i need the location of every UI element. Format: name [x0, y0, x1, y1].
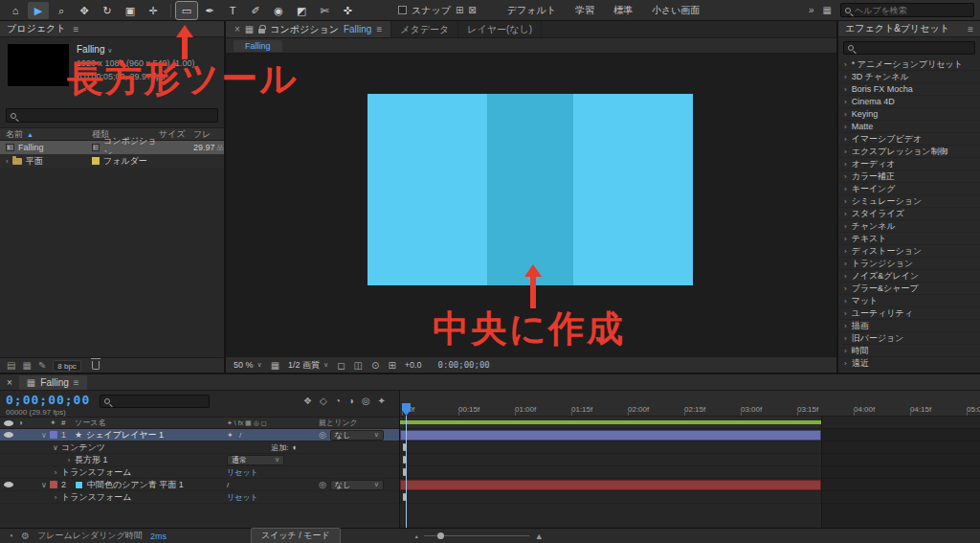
- effects-category-row[interactable]: › カラー補正: [838, 170, 980, 183]
- mask-visibility-icon[interactable]: ⊙: [371, 360, 379, 371]
- pen-tool-icon[interactable]: ✒: [199, 2, 220, 19]
- help-search-input[interactable]: [855, 6, 969, 15]
- effects-category-row[interactable]: › ブラー&シャープ: [838, 283, 980, 295]
- effects-category-row[interactable]: › 描画: [838, 320, 980, 332]
- timeline-tab-falling[interactable]: ▦ Falling ≡: [19, 375, 87, 390]
- effects-category-row[interactable]: › 3D チャンネル: [838, 71, 980, 83]
- chevron-right-icon[interactable]: ›: [844, 135, 847, 144]
- chevron-right-icon[interactable]: ›: [844, 98, 847, 106]
- effects-category-row[interactable]: › チャンネル: [838, 220, 980, 233]
- timeline-search-box[interactable]: [100, 395, 210, 408]
- guides-icon[interactable]: ⊞: [388, 360, 395, 371]
- rectangle-tool-icon[interactable]: ▭: [176, 2, 197, 19]
- workspace-tab-default[interactable]: デフォルト: [507, 4, 556, 17]
- column-frame[interactable]: フレ: [193, 128, 222, 141]
- chevron-right-icon[interactable]: ›: [844, 359, 847, 368]
- tab-composition[interactable]: × ▦ コンポジション Falling ≡: [226, 21, 391, 37]
- effects-category-row[interactable]: › ディストーション: [838, 245, 980, 258]
- graph-editor-icon[interactable]: ✦: [378, 396, 386, 406]
- interpret-footage-icon[interactable]: ▤: [7, 360, 15, 371]
- close-icon[interactable]: ×: [7, 377, 12, 388]
- effects-category-row[interactable]: › テキスト: [838, 233, 980, 245]
- viewer-timecode[interactable]: 0:00;00;00: [438, 360, 490, 370]
- pickwhip-icon[interactable]: ◎: [319, 430, 326, 440]
- transform-group-label[interactable]: トランスフォーム: [61, 466, 227, 479]
- eraser-tool-icon[interactable]: ◩: [291, 2, 312, 19]
- chevron-right-icon[interactable]: ›: [844, 347, 847, 355]
- workspace-tab-standard[interactable]: 標準: [613, 4, 633, 17]
- composition-flowchart-icon[interactable]: ❖: [303, 396, 312, 406]
- pan-behind-tool-icon[interactable]: ✛: [143, 2, 164, 19]
- project-row-falling[interactable]: Falling コンポジション 29.97 品: [0, 141, 224, 154]
- property-row-rectangle1[interactable]: › 長方形 1 通常 ∨: [0, 454, 399, 466]
- cyan-solid-plane[interactable]: [368, 94, 693, 285]
- chevron-right-icon[interactable]: ›: [844, 160, 847, 169]
- layer-duration-bar-shape[interactable]: [400, 430, 821, 441]
- chevron-right-icon[interactable]: ›: [844, 309, 847, 318]
- effects-category-row[interactable]: › ユーティリティ: [838, 307, 980, 320]
- roto-brush-tool-icon[interactable]: ✄: [314, 2, 335, 19]
- resolution-select[interactable]: 1/2 画質 ∨: [288, 359, 328, 372]
- switches-modes-button[interactable]: スイッチ / モード: [251, 528, 341, 543]
- snap-checkbox[interactable]: [398, 6, 407, 14]
- effects-category-row[interactable]: › 旧バージョン: [838, 332, 980, 345]
- property-row-contents[interactable]: ∨ コンテンツ 追加: ◐: [0, 441, 399, 454]
- chevron-right-icon[interactable]: ›: [844, 334, 847, 343]
- layer-name[interactable]: シェイプレイヤー 1: [86, 429, 164, 441]
- chevron-right-icon[interactable]: ›: [6, 157, 9, 166]
- twirl-open-icon[interactable]: ∨: [38, 481, 50, 489]
- chevron-right-icon[interactable]: ›: [844, 247, 847, 256]
- layer-label-color[interactable]: [50, 481, 57, 488]
- transparency-grid-icon[interactable]: ◫: [354, 360, 363, 371]
- new-folder-icon[interactable]: ✎: [38, 360, 46, 371]
- chevron-right-icon[interactable]: ›: [844, 210, 847, 218]
- parent-select[interactable]: なし ∨: [330, 480, 384, 490]
- project-bit-depth[interactable]: 8 bpc: [53, 360, 81, 372]
- workspace-overflow-icon[interactable]: »: [809, 5, 814, 15]
- chevron-right-icon[interactable]: ›: [844, 85, 847, 94]
- workspace-tab-small-screen[interactable]: 小さい画面: [652, 4, 700, 17]
- chevron-right-icon[interactable]: ›: [844, 60, 847, 69]
- timeline-track-area[interactable]: :00f00:15f01:00f01:15f02:00f02:15f03:00f…: [400, 391, 980, 528]
- current-timecode[interactable]: 0;00;00;00: [6, 393, 90, 407]
- layer-row-cyan-solid[interactable]: ∨ 2 中間色のシアン青 平面 1 / ◎ なし ∨: [0, 479, 399, 491]
- effects-search-input[interactable]: [858, 41, 970, 56]
- twirl-closed-icon[interactable]: ›: [63, 456, 75, 464]
- chevron-right-icon[interactable]: ›: [844, 272, 847, 281]
- effects-category-row[interactable]: › イマーシブビデオ: [838, 133, 980, 146]
- time-ruler[interactable]: :00f00:15f01:00f01:15f02:00f02:15f03:00f…: [400, 391, 980, 417]
- chevron-right-icon[interactable]: ›: [844, 197, 847, 206]
- puppet-tool-icon[interactable]: ✜: [337, 2, 358, 19]
- hide-shy-layers-icon[interactable]: ◔: [335, 396, 341, 406]
- grid-options-icon[interactable]: ▦: [271, 360, 279, 371]
- panel-menu-icon[interactable]: ≡: [73, 24, 78, 34]
- effects-category-row[interactable]: › Cinema 4D: [838, 96, 980, 108]
- property-row-transform2[interactable]: › トランスフォーム リセット: [0, 491, 399, 504]
- project-row-solids-folder[interactable]: › 平面 フォルダー: [0, 154, 224, 168]
- chevron-right-icon[interactable]: ›: [844, 284, 847, 293]
- column-size[interactable]: サイズ: [159, 128, 193, 141]
- chevron-right-icon[interactable]: ›: [844, 235, 847, 243]
- effects-category-row[interactable]: › シミュレーション: [838, 195, 980, 208]
- chevron-right-icon[interactable]: ›: [844, 123, 847, 131]
- snap-option-a-icon[interactable]: ⊞: [456, 5, 463, 15]
- reset-link[interactable]: リセット: [227, 467, 258, 478]
- property-group-label[interactable]: コンテンツ: [61, 441, 227, 454]
- effects-category-row[interactable]: › Matte: [838, 121, 980, 133]
- effects-category-row[interactable]: › マット: [838, 295, 980, 307]
- zoom-in-icon[interactable]: ▲: [535, 532, 544, 541]
- clone-stamp-tool-icon[interactable]: ◉: [268, 2, 289, 19]
- reset-link[interactable]: リセット: [227, 492, 258, 503]
- effects-category-row[interactable]: › Keying: [838, 108, 980, 121]
- effects-category-row[interactable]: › キーイング: [838, 183, 980, 195]
- panel-menu-icon[interactable]: ≡: [74, 377, 79, 388]
- twirl-open-icon[interactable]: ∨: [50, 443, 61, 452]
- effects-category-row[interactable]: › スタイライズ: [838, 208, 980, 220]
- chevron-right-icon[interactable]: ›: [844, 172, 847, 181]
- tab-layer[interactable]: レイヤー(なし): [458, 21, 542, 37]
- motion-blur-icon[interactable]: ◎: [362, 396, 370, 406]
- work-area-bar[interactable]: [400, 420, 821, 424]
- layer-duration-bar-solid[interactable]: [400, 480, 821, 490]
- panel-menu-icon[interactable]: ≡: [968, 24, 973, 34]
- snap-option-b-icon[interactable]: ⊠: [468, 5, 476, 15]
